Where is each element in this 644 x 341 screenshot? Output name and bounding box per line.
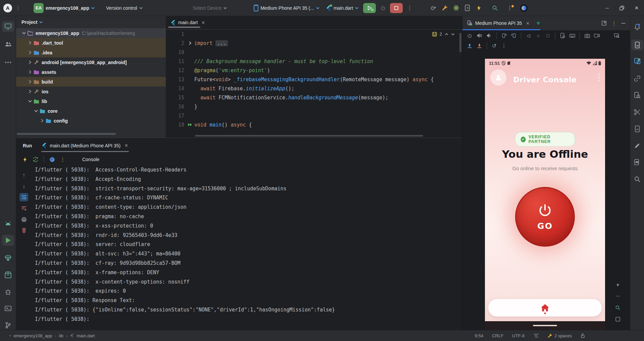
notifications-bell-icon[interactable] xyxy=(631,21,643,32)
file-encoding[interactable]: UTF-8 xyxy=(512,333,525,338)
indent-size[interactable]: 2 spaces xyxy=(547,333,572,338)
scroll-up-icon[interactable]: ↑ xyxy=(19,171,28,179)
code-editor[interactable]: 12import ...1011/// Background message h… xyxy=(166,30,462,137)
next-problem-icon[interactable] xyxy=(451,33,455,36)
emulator-phone-screen[interactable]: 11:51 Driver Console ✓ VERIFIED PARTNER xyxy=(485,59,605,330)
git-branch-icon[interactable] xyxy=(2,320,14,331)
build-package-icon[interactable] xyxy=(2,270,14,280)
chevron-right-icon[interactable] xyxy=(27,70,33,74)
project-widget[interactable]: EA emergency108_app xyxy=(30,3,98,13)
chevron-right-icon[interactable] xyxy=(27,60,33,64)
gesture-bar[interactable] xyxy=(485,321,605,330)
tree-item-assets[interactable]: assets xyxy=(16,67,166,77)
hot-restart-icon[interactable] xyxy=(31,155,40,164)
line-separator[interactable]: CRLF xyxy=(492,333,503,338)
open-in-window-icon[interactable] xyxy=(601,20,607,26)
tree-item--dart-tool[interactable]: .dart_tool xyxy=(16,38,166,48)
tree-item--idea[interactable]: .idea xyxy=(16,48,166,57)
run-play-icon[interactable] xyxy=(2,235,14,246)
zoom-in-button[interactable]: + xyxy=(613,281,622,289)
close-run-tab-icon[interactable]: ✕ xyxy=(125,143,128,148)
app-menu-icon[interactable] xyxy=(598,74,600,81)
fold-icon[interactable] xyxy=(186,41,194,45)
tree-item-lib[interactable]: lib xyxy=(16,96,166,106)
volume-down-icon[interactable] xyxy=(485,32,494,40)
code-line-15[interactable]: 15 await FCMNotificationService.handleBa… xyxy=(166,93,462,102)
code-line-1[interactable]: 1 xyxy=(166,30,462,39)
back-button-icon[interactable]: ◁ xyxy=(524,32,533,40)
chevron-down-icon[interactable] xyxy=(21,32,27,34)
run-button[interactable] xyxy=(363,3,376,13)
home-button-icon[interactable]: ○ xyxy=(534,32,543,40)
hot-reload-icon[interactable] xyxy=(20,155,30,164)
select-device-dropdown[interactable]: Select Device xyxy=(190,3,231,13)
close-emulator-tab-icon[interactable]: ✕ xyxy=(526,21,530,26)
run-options-menu[interactable]: ⋮ xyxy=(58,155,67,164)
minimize-window-button[interactable]: ─ xyxy=(600,0,614,16)
chevron-right-icon[interactable] xyxy=(39,119,45,123)
lock-icon[interactable] xyxy=(581,333,585,338)
running-devices-icon[interactable] xyxy=(631,40,643,50)
screen-record-icon[interactable] xyxy=(592,32,601,40)
console-tab-label[interactable]: Console xyxy=(82,157,99,162)
run-config-dropdown[interactable]: main.dart xyxy=(323,3,362,13)
code-line-16[interactable]: 16} xyxy=(166,102,462,111)
device-dropdown[interactable]: Medium Phone API 35 (... xyxy=(250,3,323,13)
project-monitor-icon[interactable] xyxy=(2,21,14,32)
run-main-icon[interactable] xyxy=(186,123,194,127)
dart-devtools-icon[interactable] xyxy=(47,155,57,164)
profiler-scissors-icon[interactable] xyxy=(631,107,643,117)
restore-window-button[interactable] xyxy=(614,0,629,16)
caret-position[interactable]: 9:54 xyxy=(475,333,483,338)
rotate-left-icon[interactable] xyxy=(499,32,508,40)
display-search-icon[interactable] xyxy=(612,32,621,40)
hide-panel-icon[interactable]: ─ xyxy=(622,20,625,26)
project-horizontal-scrollbar[interactable] xyxy=(17,133,116,135)
code-line-13[interactable]: 13Future<void> _firebaseMessagingBackgro… xyxy=(166,75,462,84)
profile-avatar[interactable] xyxy=(518,3,530,13)
reset-icon[interactable]: ↺ xyxy=(490,42,499,50)
device-manager-icon[interactable] xyxy=(631,56,643,66)
delete-icon[interactable] xyxy=(19,226,28,235)
terminal-icon[interactable] xyxy=(2,303,14,314)
tree-item-emergency108-app[interactable]: emergency108_appC:\java\Hackathon\emerg xyxy=(16,28,166,38)
phone-bottom-nav[interactable] xyxy=(488,299,602,316)
zoom-mode-button[interactable] xyxy=(613,303,622,312)
attach-debugger-icon[interactable] xyxy=(428,3,439,13)
emulator-tab[interactable]: Medium Phone API 35 ✕ xyxy=(462,16,533,31)
app-inspection-icon[interactable] xyxy=(631,90,643,101)
chevron-right-icon[interactable] xyxy=(27,90,33,93)
chevron-right-icon[interactable] xyxy=(27,80,33,84)
tree-item-ios[interactable]: ios xyxy=(16,87,166,96)
chevron-right-icon[interactable] xyxy=(27,51,33,54)
stop-button[interactable] xyxy=(390,3,403,13)
find-usages-search-icon[interactable] xyxy=(631,174,643,185)
close-window-button[interactable]: ✕ xyxy=(629,0,644,16)
tree-item-config[interactable]: config xyxy=(16,116,166,126)
editor-horizontal-scrollbar[interactable] xyxy=(195,135,423,137)
power-icon[interactable] xyxy=(465,32,474,40)
tree-item-core[interactable]: core xyxy=(16,106,166,116)
chevron-down-icon[interactable] xyxy=(27,100,33,102)
gradle-link-icon[interactable] xyxy=(631,73,643,84)
tree-item-android-emergency108-app-android-[interactable]: android [emergency108_app_android] xyxy=(16,57,166,67)
devtools-atom-icon[interactable] xyxy=(450,3,462,13)
code-line-18[interactable]: 18void main() async { xyxy=(166,120,462,129)
sdk-manager-wrench-icon[interactable] xyxy=(439,3,450,13)
zoom-out-button[interactable]: ─ xyxy=(613,292,622,300)
go-online-button[interactable]: GO xyxy=(515,187,575,247)
editor-vertical-scrollbar[interactable] xyxy=(459,33,461,52)
lightning-bolt-icon[interactable] xyxy=(473,3,485,13)
screenshot-camera-icon[interactable] xyxy=(583,32,592,40)
code-line-11[interactable]: 11/// Background message handler - must … xyxy=(166,57,462,66)
clear-all-icon[interactable] xyxy=(19,204,28,212)
indent-style-icon[interactable] xyxy=(533,333,539,338)
problems-bug-icon[interactable] xyxy=(2,286,14,297)
device-mirror-icon[interactable] xyxy=(462,3,473,13)
console-output[interactable]: I/flutter ( 5038): Access-Control-Reques… xyxy=(35,167,455,326)
more-run-actions-button[interactable]: ⋮ xyxy=(404,3,415,13)
home-tab-icon[interactable] xyxy=(541,304,549,312)
structure-users-icon[interactable] xyxy=(2,39,14,50)
close-tab-icon[interactable]: ✕ xyxy=(201,20,205,25)
new-tab-icon[interactable]: + xyxy=(536,19,540,27)
